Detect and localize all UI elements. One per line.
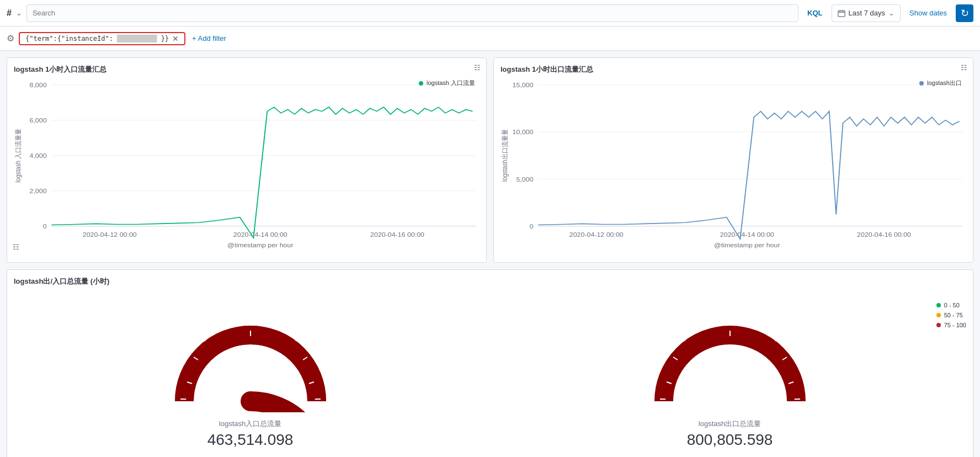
chart-area-right: logstash出口 15,000 10,000 5,000 0 <box>500 79 966 256</box>
calendar-icon <box>838 9 845 17</box>
chart-card-left: logstash 1小时入口流量汇总 ☷ logstash 入口流量 8,000… <box>7 57 487 263</box>
filterbar: ⚙ {"term":{"instanceId": ██████████ }} ✕… <box>0 26 980 51</box>
legend-dot-left <box>419 81 423 86</box>
chart-area-left: logstash 入口流量 8,000 6,000 4,000 2,000 0 <box>14 79 480 256</box>
chart-options-left[interactable]: ☷ <box>474 63 481 72</box>
gauge-item-left: logstash入口总流量 463,514.098 <box>14 291 487 457</box>
gauge-card: logstash出/入口总流量 (小时) <box>7 269 973 457</box>
svg-text:4,000: 4,000 <box>30 153 47 159</box>
gauge-legend-item-1: 50 - 75 <box>936 312 966 318</box>
svg-line-42 <box>296 337 299 341</box>
date-range-label: Last 7 days <box>849 9 886 17</box>
svg-text:0: 0 <box>530 224 534 230</box>
legend-label-right: logstash出口 <box>927 79 962 87</box>
gauge-item-right: logstash出口总流量 800,805.598 <box>493 291 966 457</box>
hash-icon: # <box>7 8 12 18</box>
gauge-legend-label-1: 50 - 75 <box>944 312 963 318</box>
filter-tag: {"term":{"instanceId": ██████████ }} ✕ <box>19 32 185 45</box>
gauge-svg-right <box>647 302 813 412</box>
gauge-legend-item-2: 75 - 100 <box>936 322 966 328</box>
svg-text:2,000: 2,000 <box>30 188 47 194</box>
gauge-label-left: logstash入口总流量 <box>219 419 281 429</box>
topbar: # ⌄ KQL Last 7 days ⌄ Show dates ↻ <box>0 0 980 26</box>
gauge-legend-label-0: 0 - 50 <box>944 302 960 309</box>
show-dates-button[interactable]: Show dates <box>905 7 951 19</box>
chart-card-right: logstash 1小时出口流量汇总 ☷ logstash出口 15,000 1… <box>493 57 973 263</box>
gauge-row: logstash入口总流量 463,514.098 logstash <box>14 291 966 457</box>
svg-text:@timestamp per hour: @timestamp per hour <box>714 242 780 248</box>
gauge-value-right: 800,805.598 <box>687 431 773 449</box>
date-picker[interactable]: Last 7 days ⌄ <box>832 4 901 22</box>
kql-button[interactable]: KQL <box>803 7 827 19</box>
main-content: logstash 1小时入口流量汇总 ☷ logstash 入口流量 8,000… <box>0 51 980 457</box>
gauge-legend-dot-1 <box>936 313 941 317</box>
svg-text:10,000: 10,000 <box>513 129 534 135</box>
svg-text:2020-04-16 00:00: 2020-04-16 00:00 <box>370 232 424 238</box>
svg-text:logstash 入口流量量: logstash 入口流量量 <box>14 129 22 183</box>
chevron-icon[interactable]: ⌄ <box>16 9 22 17</box>
gauge-title: logstash出/入口总流量 (小时) <box>14 277 966 286</box>
gauge-legend-dot-2 <box>936 323 941 327</box>
chart-list-icon-left[interactable]: ☷ <box>13 243 19 251</box>
filter-remove-icon[interactable]: ✕ <box>172 34 179 43</box>
svg-text:2020-04-14 00:00: 2020-04-14 00:00 <box>720 232 774 238</box>
settings-icon[interactable]: ⚙ <box>7 33 14 44</box>
svg-rect-0 <box>838 10 844 17</box>
svg-line-41 <box>202 337 205 341</box>
svg-text:2020-04-16 00:00: 2020-04-16 00:00 <box>857 232 911 238</box>
svg-text:@timestamp per hour: @timestamp per hour <box>227 242 294 248</box>
svg-text:8,000: 8,000 <box>30 82 47 88</box>
gauge-legend: 0 - 50 50 - 75 75 - 100 <box>936 302 966 328</box>
add-filter-button[interactable]: + Add filter <box>190 32 228 45</box>
svg-text:2020-04-12 00:00: 2020-04-12 00:00 <box>569 232 624 238</box>
line-chart-right: 15,000 10,000 5,000 0 2020-04-12 00:00 2… <box>500 79 966 256</box>
refresh-button[interactable]: ↻ <box>956 4 973 22</box>
gauge-svg-left <box>168 302 333 412</box>
date-picker-chevron: ⌄ <box>888 9 894 17</box>
svg-line-50 <box>681 337 685 341</box>
topbar-right: KQL Last 7 days ⌄ Show dates ↻ <box>803 4 973 22</box>
search-input[interactable] <box>26 4 798 22</box>
gauge-value-left: 463,514.098 <box>207 431 294 449</box>
chart-legend-right: logstash出口 <box>919 79 962 87</box>
refresh-icon: ↻ <box>961 7 969 19</box>
svg-text:logstash出口流量量: logstash出口流量量 <box>501 129 509 182</box>
svg-text:5,000: 5,000 <box>516 176 534 182</box>
chart-title-right: logstash 1小时出口流量汇总 <box>500 65 966 75</box>
chart-title-left: logstash 1小时入口流量汇总 <box>14 65 480 75</box>
svg-text:2020-04-12 00:00: 2020-04-12 00:00 <box>83 232 137 238</box>
legend-label-left: logstash 入口流量 <box>427 79 475 87</box>
charts-row: logstash 1小时入口流量汇总 ☷ logstash 入口流量 8,000… <box>7 57 973 263</box>
filter-text: {"term":{"instanceId": ██████████ }} <box>25 35 169 42</box>
svg-text:6,000: 6,000 <box>30 118 47 124</box>
chart-legend-left: logstash 入口流量 <box>419 79 475 87</box>
gauge-legend-item-0: 0 - 50 <box>936 302 966 309</box>
line-chart-left: 8,000 6,000 4,000 2,000 0 2020-04-12 00:… <box>14 79 480 256</box>
gauge-legend-label-2: 75 - 100 <box>944 322 966 328</box>
svg-line-51 <box>775 337 779 341</box>
legend-dot-right <box>919 81 924 86</box>
chart-options-right[interactable]: ☷ <box>961 63 967 72</box>
svg-text:0: 0 <box>43 224 47 230</box>
svg-text:15,000: 15,000 <box>513 82 534 88</box>
gauge-legend-dot-0 <box>936 303 941 307</box>
gauge-label-right: logstash出口总流量 <box>699 419 761 429</box>
svg-text:2020-04-14 00:00: 2020-04-14 00:00 <box>233 232 287 238</box>
